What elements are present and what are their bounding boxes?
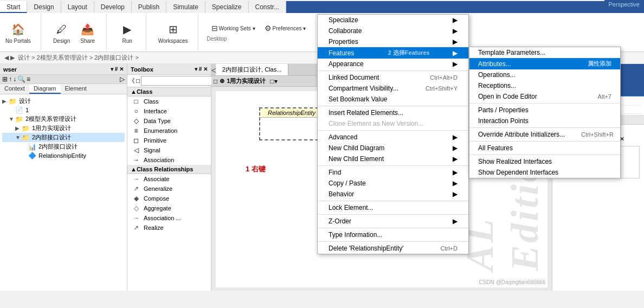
cm-find[interactable]: Find ▶ <box>318 167 468 178</box>
perspective-bar: Perspective <box>604 0 644 9</box>
preferences-icon: ⚙ <box>264 24 273 33</box>
cm-specialize[interactable]: Specialize ▶ <box>318 15 468 25</box>
cm-advanced[interactable]: Advanced ▶ <box>318 132 468 143</box>
cm-properties[interactable]: Properties ▶ <box>318 36 468 47</box>
toolbox-item-realize[interactable]: ↗ Realize <box>127 223 211 233</box>
toolbox-section-class-header[interactable]: ▲ Class <box>127 87 211 97</box>
browser-toolbar-icon4[interactable]: 🔍 <box>17 75 25 83</box>
browser-toolbar-icon3[interactable]: ↓ <box>13 75 16 83</box>
toolbox-item-aggregate[interactable]: ◇ Aggregate <box>127 203 211 213</box>
main-context-menu: Specialize ▶ Collaborate ▶ Properties ▶ … <box>317 14 469 254</box>
tab-context[interactable]: Context <box>0 84 29 94</box>
tree-item-6[interactable]: 🔷 RelationshipEntity <box>2 151 125 160</box>
sm-all-features[interactable]: All Features <box>469 143 620 153</box>
collapse-toolbox-icon[interactable]: 《 <box>128 76 135 86</box>
cm-compartment[interactable]: Compartment Visibility... Ctrl+Shift+Y <box>318 83 468 94</box>
run-button[interactable]: ▶ Run <box>115 20 139 45</box>
cm-collaborate[interactable]: Collaborate ▶ <box>318 25 468 36</box>
diagram-toolbar-icon1[interactable]: □ <box>214 78 217 85</box>
cm-appearance[interactable]: Appearance ▶ <box>318 59 468 69</box>
toolbox-item-signal[interactable]: ◁ Signal <box>127 145 211 155</box>
cm-bookmark[interactable]: Set Bookmark Value <box>318 94 468 105</box>
sm-template-params[interactable]: Template Parameters... <box>469 47 620 58</box>
sm-interaction-points[interactable]: Interaction Points <box>469 116 620 126</box>
sm-show-realized[interactable]: Show Realized Interfaces <box>469 156 620 167</box>
sm-attributes[interactable]: Attributes... 属性添加 <box>469 58 620 69</box>
cm-new-child-diagram[interactable]: New Child Diagram ▶ <box>318 143 468 153</box>
tab-layout[interactable]: Layout <box>61 1 94 13</box>
portals-button[interactable]: 🏠 No Portals <box>2 20 34 45</box>
tab-constr[interactable]: Constr... <box>249 1 287 13</box>
cm-copy-paste[interactable]: Copy / Paste ▶ <box>318 178 468 189</box>
toolbox-item-primitive[interactable]: ◻ Primitive <box>127 136 211 145</box>
cm-new-child-element[interactable]: New Child Element ▶ <box>318 153 468 164</box>
entity-name: RelationshipEntity <box>268 110 315 116</box>
toolbox-item-associate[interactable]: → Associate <box>127 174 211 184</box>
toolbox-item-class[interactable]: □ Class <box>127 97 211 106</box>
browser-expand-left[interactable]: ▷ <box>120 75 125 83</box>
sm-show-dependent[interactable]: Show Dependent Interfaces <box>469 167 620 178</box>
tree-item-1[interactable]: 📄 1 <box>2 106 125 114</box>
cm-properties-arrow: ▶ <box>453 38 458 46</box>
tab-specialize[interactable]: Specialize <box>205 1 249 13</box>
sm-operations[interactable]: Operations... <box>469 69 620 80</box>
design-button[interactable]: 🖊 Design <box>50 20 74 45</box>
toolbox-search-input[interactable] <box>141 76 219 86</box>
sm-receptions[interactable]: Receptions... <box>469 80 620 91</box>
toolbox-item-enumeration[interactable]: ≡ Enumeration <box>127 126 211 136</box>
sm-parts-properties[interactable]: Parts / Properties <box>469 105 620 116</box>
diagram-tab-scroll-left[interactable]: ◁ <box>211 64 216 75</box>
cm-lock[interactable]: Lock Element... <box>318 202 468 213</box>
toolbox-section-relationships-header[interactable]: ▲ Class Relationships <box>127 165 211 174</box>
cm-behavior[interactable]: Behavior ▶ <box>318 189 468 200</box>
cm-insert-related[interactable]: Insert Related Elements... <box>318 107 468 118</box>
browser-toolbar-icon5[interactable]: ≡ <box>27 75 30 83</box>
tab-simulate[interactable]: Simulate <box>166 1 205 13</box>
cm-advanced-arrow: ▶ <box>453 133 458 141</box>
compose-icon: ◆ <box>132 195 140 202</box>
toolbox-item-association-dot[interactable]: → Association ... <box>127 213 211 223</box>
relationships-label: Class Relationships <box>137 166 194 172</box>
tab-develop[interactable]: Develop <box>94 1 132 13</box>
cm-delete[interactable]: Delete 'RelationshipEntity' Ctrl+D <box>318 243 468 254</box>
tab-start[interactable]: Start <box>0 1 27 13</box>
cm-zorder[interactable]: Z-Order ▶ <box>318 216 468 227</box>
working-sets-button[interactable]: ⊟ Working Sets ▾ <box>207 23 259 34</box>
toolbox-item-association[interactable]: → Association <box>127 155 211 165</box>
tab-publish[interactable]: Publish <box>132 1 166 13</box>
toolbox-relationships-items: → Associate ↗ Generalize ◆ Compose ◇ Agg… <box>127 174 211 233</box>
cm-features[interactable]: Features 2 选择Features ▶ <box>318 47 468 59</box>
tree-item-3[interactable]: ▶ 📁 1用力实现设计 <box>2 124 125 133</box>
cm-clone: Clone Element as New Version... <box>318 118 468 129</box>
preferences-button[interactable]: ⚙ Preferences ▾ <box>261 23 310 34</box>
sm-override-attr-label: Override Attribute Initializers... <box>478 131 565 138</box>
diagram-tab-main[interactable]: 2内部接口设计, Clas... <box>216 64 288 75</box>
cm-type-info[interactable]: Type Information... <box>318 229 468 240</box>
cm-linked-doc[interactable]: Linked Document Ctrl+Alt+D <box>318 72 468 83</box>
expand-diagram-icon[interactable]: □ <box>136 77 140 85</box>
toolbox-item-interface[interactable]: ○ Interface <box>127 106 211 116</box>
tree-item-4[interactable]: ▼ 📁 2内部接口设计 <box>2 133 125 142</box>
entity-relationship-entity[interactable]: RelationshipEntity <box>259 107 324 140</box>
tab-element[interactable]: Element <box>61 84 91 94</box>
sm-parts-properties-label: Parts / Properties <box>478 106 529 114</box>
sm-override-attr[interactable]: Override Attribute Initializers... Ctrl+… <box>469 129 620 140</box>
sm-open-code-editor[interactable]: Open in Code Editor Alt+7 <box>469 91 620 102</box>
browser-toolbar-icon1[interactable]: ⊞ <box>2 75 8 83</box>
toolbox-item-datatype[interactable]: ◇ Data Type <box>127 116 211 126</box>
tab-design[interactable]: Design <box>27 1 61 13</box>
share-button[interactable]: 📤 Share <box>76 20 100 45</box>
tree-item-5[interactable]: 📊 2内部接口设计 <box>2 142 125 151</box>
association-dot-label: Association ... <box>144 215 181 221</box>
workspaces-button[interactable]: ⊞ Workspaces <box>155 20 191 45</box>
cm-type-info-label: Type Information... <box>329 231 382 239</box>
cm-new-child-diagram-arrow: ▶ <box>453 144 458 152</box>
browser-toolbar-icon2[interactable]: ↑ <box>9 75 12 83</box>
tab-diagram[interactable]: Diagram <box>29 84 61 94</box>
toolbox-item-generalize[interactable]: ↗ Generalize <box>127 184 211 194</box>
signal-label: Signal <box>144 147 160 153</box>
tree-item-0[interactable]: ▶ 📁 设计 <box>2 97 125 106</box>
toolbox-item-compose[interactable]: ◆ Compose <box>127 194 211 203</box>
diagram-toolbar-icon2[interactable]: □▾ <box>270 78 277 85</box>
tree-item-2[interactable]: ▼ 📁 2模型关系管理设计 <box>2 114 125 124</box>
